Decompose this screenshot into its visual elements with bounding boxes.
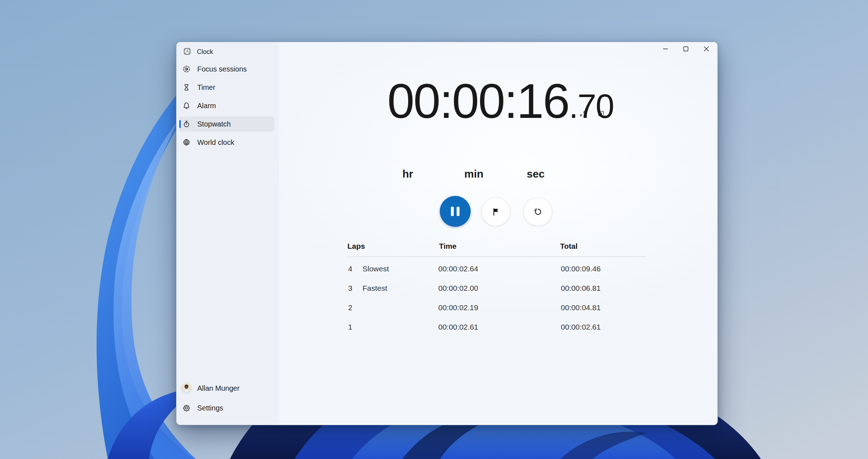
lap-time: 00:00:02.64 (438, 265, 478, 273)
time-minutes: 00 (452, 77, 504, 125)
sidebar-item-label: Focus sessions (197, 65, 247, 73)
clock-app-window: Clock Focus sessions Timer Alarm (176, 42, 718, 425)
sidebar-item-world-clock[interactable]: World clock (179, 135, 274, 150)
app-title: Clock (197, 48, 213, 56)
lap-total: 00:00:09.46 (561, 265, 601, 273)
laps-column-header: Laps (347, 242, 365, 251)
lap-row: 2 00:00:02.19 00:00:04.81 (279, 303, 717, 313)
sidebar: Clock Focus sessions Timer Alarm (176, 42, 279, 425)
lap-time: 00:00:02.00 (438, 284, 478, 293)
lap-total: 00:00:04.81 (561, 303, 601, 312)
sidebar-item-timer[interactable]: Timer (179, 80, 274, 95)
maximize-icon (683, 46, 689, 52)
lap-total: 00:00:06.81 (561, 284, 601, 293)
lap-tag: Slowest (363, 265, 389, 273)
time-decimal: . (569, 89, 577, 123)
time-separator: : (504, 77, 517, 125)
world-clock-icon (182, 138, 191, 147)
minimize-button[interactable] (657, 43, 674, 55)
app-header: Clock (176, 44, 279, 59)
sidebar-item-focus-sessions[interactable]: Focus sessions (179, 61, 274, 77)
sidebar-user-account[interactable]: Allan Munger (179, 381, 274, 396)
desktop: { "app": { "window_title": "Clock" }, "t… (0, 0, 868, 459)
sidebar-item-label: Timer (197, 83, 215, 92)
stopwatch-time-display: 00:00:16.70 (285, 77, 716, 125)
close-icon (703, 46, 709, 52)
lap-row: 3 Fastest 00:00:02.00 00:00:06.81 (279, 284, 717, 294)
reset-arrow-icon (532, 206, 543, 217)
sidebar-item-settings[interactable]: Settings (179, 400, 274, 416)
focus-sessions-icon (182, 65, 191, 73)
lap-number: 4 (348, 265, 352, 273)
flag-icon (490, 206, 501, 217)
lap-time: 00:00:02.19 (438, 303, 478, 312)
time-hours: 00 (387, 77, 439, 125)
stopwatch-icon (182, 120, 191, 128)
alarm-icon (182, 101, 191, 110)
lap-row: 4 Slowest 00:00:02.64 00:00:09.46 (279, 265, 717, 275)
total-column-header: Total (560, 242, 578, 251)
stopwatch-page: 00:00:16.70 hr min sec Laps Time Total 4 (279, 42, 717, 425)
sidebar-item-alarm[interactable]: Alarm (179, 98, 274, 113)
avatar (181, 382, 192, 394)
unit-label-min: min (464, 168, 483, 180)
pause-button[interactable] (440, 196, 471, 227)
lap-button[interactable] (481, 197, 510, 226)
sidebar-item-label: World clock (197, 138, 234, 147)
pause-icon (451, 207, 460, 216)
minimize-icon (662, 46, 668, 52)
user-name: Allan Munger (197, 384, 240, 393)
time-seconds: 16 (517, 77, 569, 125)
maximize-button[interactable] (678, 43, 694, 55)
time-column-header: Time (439, 242, 457, 251)
reset-button[interactable] (523, 197, 552, 226)
sidebar-item-stopwatch[interactable]: Stopwatch (179, 116, 274, 132)
lap-number: 3 (348, 284, 352, 293)
gear-icon (182, 404, 191, 412)
lap-number: 2 (348, 303, 352, 312)
unit-label-sec: sec (527, 168, 545, 180)
lap-number: 1 (348, 323, 352, 331)
unit-label-hr: hr (402, 168, 413, 180)
lap-tag: Fastest (363, 284, 387, 293)
laps-header-divider (347, 256, 646, 257)
time-separator: : (439, 77, 452, 125)
clock-app-icon (184, 48, 191, 55)
close-button[interactable] (698, 43, 715, 55)
lap-time: 00:00:02.61 (438, 323, 478, 331)
selected-indicator (179, 120, 181, 128)
lap-total: 00:00:02.61 (561, 323, 601, 331)
time-fraction: 70 (578, 89, 614, 123)
timer-icon (182, 83, 191, 92)
sidebar-item-label: Alarm (197, 102, 216, 110)
sidebar-item-label: Settings (197, 404, 223, 412)
lap-row: 1 00:00:02.61 00:00:02.61 (279, 323, 717, 333)
sidebar-item-label: Stopwatch (197, 120, 231, 128)
